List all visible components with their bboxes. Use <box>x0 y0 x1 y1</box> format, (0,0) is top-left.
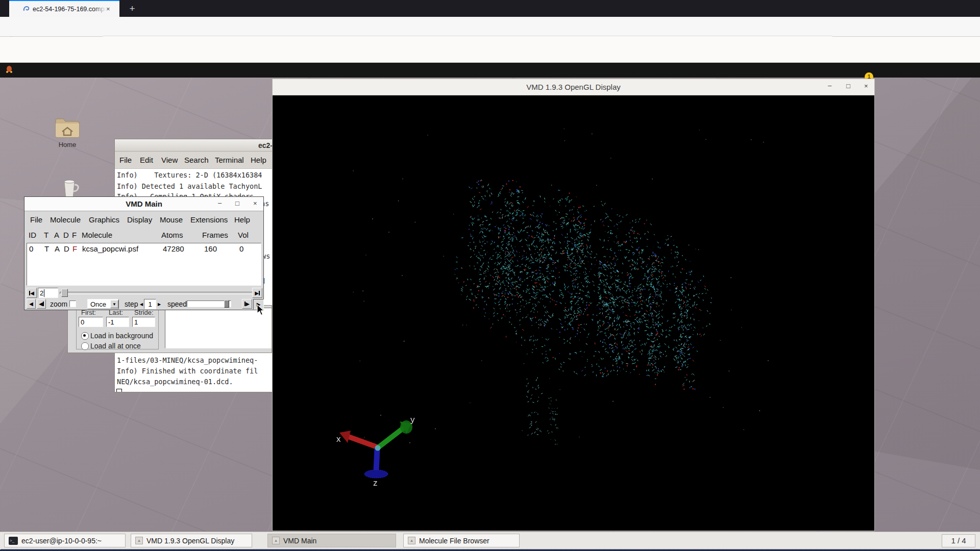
stride-field[interactable]: 1 <box>132 317 155 327</box>
workspace-pager[interactable]: 1 / 4 <box>942 534 975 547</box>
radio-load-in-background-label[interactable]: Load in background <box>90 332 153 340</box>
terminal-menu-help[interactable]: Help <box>251 156 266 164</box>
col-t: T <box>44 231 48 239</box>
col-a: A <box>54 231 59 239</box>
gnome-top-bar: Applications Places VMD Main Fri 07:32 <box>0 63 980 78</box>
radio-load-all-at-once-label[interactable]: Load all at once <box>90 342 141 350</box>
vmd-menu-file[interactable]: File <box>30 215 42 224</box>
terminal-menu-edit[interactable]: Edit <box>140 156 153 164</box>
terminal-menu-view[interactable]: View <box>161 156 178 164</box>
bottom-strip <box>0 549 980 551</box>
molecule-listbox[interactable]: 0 T A D F kcsa_popcwi.psf 47280 160 0 <box>27 243 261 286</box>
vmd-main-titlebar[interactable]: VMD Main – □ × <box>24 197 263 211</box>
col-vol: Vol <box>238 231 249 239</box>
current-frame-field[interactable]: 2 <box>38 288 58 298</box>
taskbar: >_ ec2-user@ip-10-0-0-95:~ ▴ VMD 1.9.3 O… <box>0 532 980 549</box>
taskbar-item-label: VMD Main <box>283 537 316 545</box>
opengl-titlebar[interactable]: VMD 1.9.3 OpenGL Display – □ × <box>273 79 874 95</box>
vmd-menu-help[interactable]: Help <box>234 215 250 224</box>
axis-label-x: x <box>336 434 341 444</box>
opengl-maximize-icon[interactable]: □ <box>846 82 850 90</box>
taskbar-item-label: ec2-user@ip-10-0-0-95:~ <box>21 537 102 545</box>
vmd-menu-extensions[interactable]: Extensions <box>190 215 228 224</box>
radio-load-all-at-once[interactable] <box>81 342 89 350</box>
radio-load-in-background[interactable] <box>81 332 89 340</box>
col-atoms: Atoms <box>161 231 183 239</box>
frame-slider-handle[interactable] <box>61 289 68 297</box>
molecule-row[interactable]: 0 T A D F kcsa_popcwi.psf 47280 160 0 <box>27 244 261 255</box>
step-forward-button[interactable]: ▶ <box>242 299 252 309</box>
zoom-checkbox[interactable] <box>69 300 76 307</box>
tab-close-icon[interactable]: × <box>106 5 110 13</box>
frame-slider-track[interactable] <box>60 292 253 294</box>
terminal-line: NEQ/kcsa_popcwimineq-01.dcd. <box>117 378 233 386</box>
terminal-line: Info) Finished with coordinate fil <box>117 367 258 375</box>
window-app-icon: ▴ <box>135 537 143 544</box>
last-field[interactable]: -1 <box>106 317 129 327</box>
cell-t: T <box>44 244 49 253</box>
terminal-menu-search[interactable]: Search <box>184 156 209 164</box>
col-molecule: Molecule <box>82 231 112 239</box>
taskbar-item-terminal[interactable]: >_ ec2-user@ip-10-0-0-95:~ <box>4 534 126 547</box>
cell-vol: 0 <box>239 244 243 253</box>
home-icon-label: Home <box>43 141 92 148</box>
speed-label: speed <box>167 300 187 308</box>
loop-dropdown[interactable]: Once ▼ <box>87 299 119 309</box>
step-increment-icon[interactable]: ▶ <box>157 299 162 309</box>
loop-dropdown-value: Once <box>90 300 106 308</box>
step-back-button[interactable]: ◀ <box>37 299 46 309</box>
vmd-main-title: VMD Main <box>126 199 162 208</box>
axis-label-z: z <box>373 478 378 488</box>
desktop-icon-home[interactable]: Home <box>43 116 92 153</box>
loop-dropdown-arrow-icon[interactable]: ▼ <box>110 300 118 308</box>
cell-d: D <box>64 244 69 253</box>
file-list-box[interactable] <box>165 308 272 348</box>
cell-molecule: kcsa_popcwi.psf <box>82 244 138 253</box>
tab-title-fade <box>94 2 106 17</box>
mouse-cursor <box>257 304 265 316</box>
taskbar-item-label: Molecule File Browser <box>419 537 489 545</box>
play-reverse-button[interactable]: ◀ <box>27 299 36 309</box>
molecule-table-header: ID T A D F Molecule Atoms Frames Vol <box>24 231 263 243</box>
terminal-menu-terminal[interactable]: Terminal <box>215 156 244 164</box>
first-field[interactable]: 0 <box>79 317 103 327</box>
opengl-close-icon[interactable]: × <box>864 82 868 90</box>
taskbar-item-file-browser[interactable]: ▴ Molecule File Browser <box>403 534 520 547</box>
new-tab-button[interactable]: + <box>126 2 139 15</box>
vmd-main-close-icon[interactable]: × <box>253 199 257 207</box>
tab-favicon <box>22 5 31 13</box>
window-app-icon: ▴ <box>272 537 280 544</box>
terminal-line: Info) Textures: 2-D (16384x16384 <box>117 171 262 179</box>
browser-tab[interactable]: ec2-54-196-75-169.compute-1 × <box>9 0 119 17</box>
axes-gizmo: x y z <box>332 413 434 495</box>
cell-id: 0 <box>29 244 33 253</box>
step-field[interactable]: 1 <box>144 299 156 309</box>
cell-atoms: 47280 <box>163 244 184 253</box>
speed-slider-handle[interactable] <box>224 300 229 308</box>
cell-a: A <box>55 244 60 253</box>
vmd-menu-mouse[interactable]: Mouse <box>160 215 183 224</box>
vmd-menu-graphics[interactable]: Graphics <box>89 215 119 224</box>
window-app-icon: ▴ <box>408 537 415 544</box>
col-f: F <box>72 231 77 239</box>
taskbar-item-label: VMD 1.9.3 OpenGL Display <box>146 537 234 545</box>
vmd-main-maximize-icon[interactable]: □ <box>235 199 239 207</box>
vmd-menu-display[interactable]: Display <box>127 215 152 224</box>
step-decrement-icon[interactable]: ◀ <box>139 299 144 309</box>
goto-start-button[interactable]: ◀ <box>27 288 37 298</box>
step-label: step <box>125 300 138 308</box>
taskbar-item-vmd-main[interactable]: ▴ VMD Main <box>267 534 396 547</box>
taskbar-item-opengl[interactable]: ▴ VMD 1.9.3 OpenGL Display <box>131 534 252 547</box>
terminal-menu-file[interactable]: File <box>119 156 132 164</box>
vmd-main-minimize-icon[interactable]: – <box>218 199 222 207</box>
applications-icon <box>5 65 14 74</box>
opengl-display-window: VMD 1.9.3 OpenGL Display – □ × x y z <box>272 79 875 531</box>
cell-frames: 160 <box>204 244 217 253</box>
goto-end-button[interactable]: ▶ <box>252 288 262 298</box>
vmd-main-menubar: File Molecule Graphics Display Mouse Ext… <box>24 211 263 229</box>
axis-label-y: y <box>410 415 415 424</box>
vmd-menu-molecule[interactable]: Molecule <box>50 215 81 224</box>
zoom-label: zoom <box>50 300 67 308</box>
col-d: D <box>63 231 69 239</box>
opengl-minimize-icon[interactable]: – <box>828 82 831 89</box>
